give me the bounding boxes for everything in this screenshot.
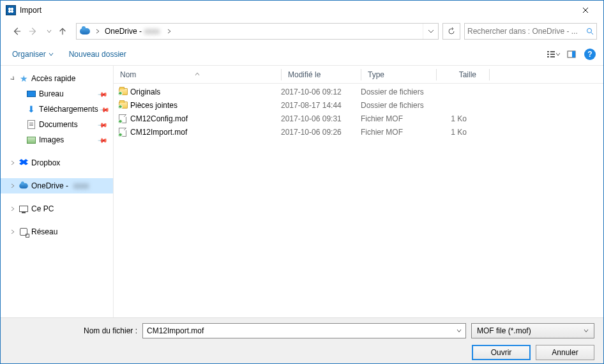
- address-dropdown-button[interactable]: [423, 24, 438, 39]
- column-headers: Nom Modifié le Type Taille: [114, 66, 603, 84]
- filename-label: Nom du fichier :: [10, 326, 137, 335]
- file-name: CM12Import.mof: [130, 128, 281, 137]
- file-icon: [119, 114, 126, 123]
- file-row[interactable]: Pièces jointes2017-08-17 14:44Dossier de…: [114, 98, 603, 112]
- column-name[interactable]: Nom: [114, 70, 281, 79]
- file-size: 1 Ko: [436, 128, 488, 137]
- file-type: Fichier MOF: [361, 128, 436, 137]
- network-icon: [19, 227, 29, 237]
- file-modified: 2017-10-06 09:26: [281, 128, 361, 137]
- nav-bar: OneDrive -xxxx Rechercher dans : OneDriv…: [1, 20, 603, 43]
- close-button[interactable]: [573, 1, 598, 20]
- folder-icon: [119, 102, 128, 109]
- svg-point-0: [587, 29, 592, 33]
- file-type: Fichier MOF: [361, 114, 436, 123]
- sidebar-onedrive[interactable]: OneDrive -xxxx: [1, 178, 113, 193]
- sidebar-quick-access[interactable]: ★ Accès rapide: [1, 71, 113, 86]
- file-name: CM12Config.mof: [130, 114, 281, 123]
- recent-locations-button[interactable]: [44, 24, 54, 38]
- refresh-button[interactable]: [442, 23, 460, 40]
- file-row[interactable]: CM12Config.mof2017-10-06 09:31Fichier MO…: [114, 112, 603, 125]
- star-icon: ★: [19, 73, 29, 84]
- forward-button[interactable]: [26, 24, 40, 38]
- file-row[interactable]: Originals2017-10-06 09:12Dossier de fich…: [114, 85, 603, 98]
- file-modified: 2017-08-17 14:44: [281, 101, 361, 110]
- svg-rect-8: [572, 51, 575, 57]
- sidebar-images[interactable]: Images 📌: [1, 132, 113, 148]
- sort-asc-icon: [195, 69, 200, 78]
- bottom-panel: Nom du fichier : CM12Import.mof MOF file…: [1, 317, 603, 363]
- up-button[interactable]: [56, 24, 70, 38]
- file-list: Nom Modifié le Type Taille Originals2017…: [114, 66, 603, 317]
- preview-pane-button[interactable]: [561, 45, 582, 63]
- svg-rect-3: [547, 56, 549, 57]
- new-folder-button[interactable]: Nouveau dossier: [65, 45, 130, 63]
- file-modified: 2017-10-06 09:31: [281, 114, 361, 123]
- file-type: Dossier de fichiers: [361, 87, 436, 96]
- organize-button[interactable]: Organiser: [8, 45, 57, 63]
- desktop-icon: [26, 89, 36, 99]
- pc-icon: [19, 204, 29, 214]
- svg-rect-5: [550, 54, 555, 55]
- folder-icon: [119, 88, 128, 95]
- chevron-down-icon: [457, 328, 462, 333]
- breadcrumb-root[interactable]: OneDrive -xxxx: [102, 24, 165, 39]
- title-bar: Import: [1, 1, 603, 20]
- back-button[interactable]: [10, 24, 24, 38]
- file-row[interactable]: CM12Import.mof2017-10-06 09:26Fichier MO…: [114, 125, 603, 139]
- app-icon: [6, 5, 16, 15]
- file-rows: Originals2017-10-06 09:12Dossier de fich…: [114, 84, 603, 139]
- toolbar: Organiser Nouveau dossier ?: [1, 43, 603, 66]
- svg-rect-4: [550, 51, 555, 52]
- address-bar[interactable]: OneDrive -xxxx: [76, 23, 439, 40]
- dropbox-icon: [19, 158, 29, 168]
- pin-icon: 📌: [100, 104, 110, 114]
- sidebar-this-pc[interactable]: Ce PC: [1, 201, 113, 216]
- window-title: Import: [20, 6, 42, 15]
- close-icon: [582, 7, 589, 13]
- pin-icon: 📌: [98, 119, 108, 130]
- download-icon: ⬇: [26, 104, 36, 114]
- document-icon: [26, 119, 36, 130]
- sidebar-desktop[interactable]: Bureau 📌: [1, 86, 113, 102]
- file-name: Originals: [130, 87, 281, 96]
- file-type: Dossier de fichiers: [361, 101, 436, 110]
- images-icon: [26, 135, 36, 145]
- column-size[interactable]: Taille: [437, 70, 489, 79]
- help-button[interactable]: ?: [584, 49, 596, 60]
- chevron-down-icon: [556, 52, 560, 56]
- filename-input[interactable]: CM12Import.mof: [142, 323, 466, 338]
- chevron-right-icon[interactable]: [93, 24, 102, 39]
- pin-icon: 📌: [98, 89, 108, 99]
- sidebar-documents[interactable]: Documents 📌: [1, 117, 113, 132]
- column-type[interactable]: Type: [361, 70, 436, 79]
- view-icon: [547, 50, 555, 59]
- pin-icon: 📌: [98, 135, 108, 145]
- onedrive-icon: [79, 26, 91, 37]
- sidebar-downloads[interactable]: ⬇ Téléchargements 📌: [1, 102, 113, 117]
- sidebar-network[interactable]: Réseau: [1, 224, 113, 239]
- svg-rect-1: [547, 51, 549, 52]
- main-area: ★ Accès rapide Bureau 📌 ⬇ Téléchargement…: [1, 66, 603, 317]
- search-icon: [586, 27, 594, 35]
- sidebar-dropbox[interactable]: Dropbox: [1, 155, 113, 171]
- search-placeholder: Rechercher dans : OneDrive - ...: [467, 27, 584, 36]
- file-modified: 2017-10-06 09:12: [281, 87, 361, 96]
- navigation-pane: ★ Accès rapide Bureau 📌 ⬇ Téléchargement…: [1, 66, 114, 317]
- file-icon: [119, 128, 126, 137]
- svg-rect-2: [547, 54, 549, 55]
- filetype-filter[interactable]: MOF file (*.mof): [471, 323, 594, 338]
- onedrive-icon: [19, 181, 29, 191]
- chevron-down-icon: [49, 52, 54, 57]
- file-name: Pièces jointes: [130, 101, 281, 110]
- view-options-button[interactable]: [541, 45, 561, 63]
- column-modified[interactable]: Modifié le: [282, 70, 361, 79]
- open-button[interactable]: Ouvrir: [472, 345, 531, 360]
- chevron-right-icon[interactable]: [165, 24, 174, 39]
- chevron-down-icon: [584, 328, 589, 333]
- preview-pane-icon: [567, 50, 576, 59]
- file-size: 1 Ko: [436, 114, 488, 123]
- svg-rect-6: [550, 56, 555, 57]
- cancel-button[interactable]: Annuler: [536, 345, 594, 360]
- search-input[interactable]: Rechercher dans : OneDrive - ...: [464, 23, 597, 40]
